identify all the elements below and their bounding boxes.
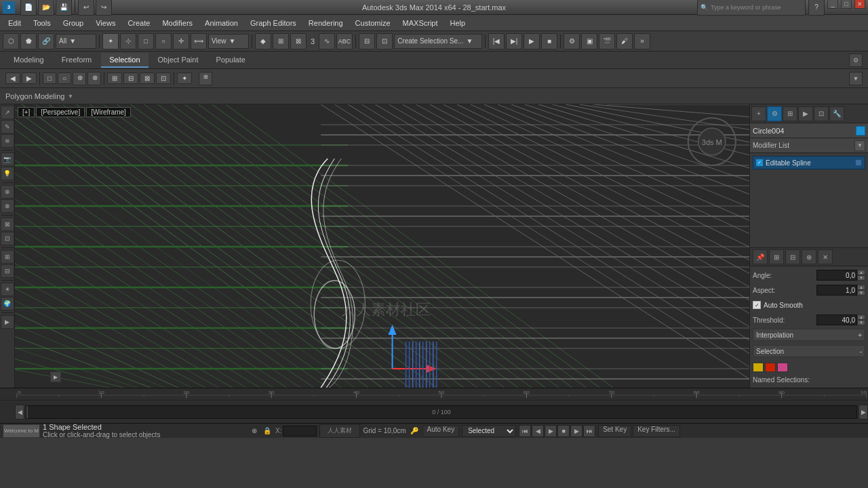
tl-back-btn[interactable]: ◀ (15, 405, 24, 420)
render-setup-btn[interactable]: ⚙ (564, 33, 580, 49)
sub-next-btn[interactable]: ▶ (22, 73, 37, 84)
pb-stop-btn[interactable]: ■ (557, 425, 570, 437)
sub-prev-btn[interactable]: ◀ (5, 73, 20, 84)
material-btn[interactable]: ◆ (255, 33, 271, 49)
pink-chip[interactable] (777, 363, 788, 372)
red-chip[interactable] (765, 363, 776, 372)
sub-icon3-btn[interactable]: ⊞ (107, 73, 122, 84)
sub-box-btn[interactable]: □ (43, 73, 56, 84)
open-file-btn[interactable]: 📂 (38, 0, 54, 16)
help-icon-btn[interactable]: ? (808, 0, 825, 16)
rp-delete-mod-icon[interactable]: ✕ (818, 249, 833, 264)
undo-btn[interactable]: ↩ (78, 0, 94, 16)
aspect-up-btn[interactable]: ▲ (857, 285, 865, 290)
menu-graph-editors[interactable]: Graph Editors (245, 18, 302, 28)
auto-smooth-checkbox[interactable] (753, 301, 761, 309)
rp-utility-icon[interactable]: 🔧 (829, 106, 844, 121)
modifier-editable-spline[interactable]: ✓ Editable Spline (753, 156, 865, 169)
pb-next-btn[interactable]: ▶ (570, 425, 583, 437)
scene-btn[interactable]: 🎬 (599, 33, 615, 49)
circle-select-btn[interactable]: ○ (155, 33, 172, 49)
obj-paint-btn[interactable]: 🖌 (616, 33, 633, 49)
prev-frame-btn[interactable]: |◀ (488, 33, 505, 49)
lt-env-btn[interactable]: 🌍 (1, 297, 14, 310)
vp-perspective-tag[interactable]: [Perspective] (36, 107, 85, 117)
menu-customize[interactable]: Customize (350, 18, 396, 28)
timeline-scrubber[interactable]: 0 / 100 (26, 405, 857, 419)
sub-icon5-btn[interactable]: ⊠ (140, 73, 155, 84)
minimize-btn[interactable]: _ (827, 0, 838, 9)
sub-icon6-btn[interactable]: ⊡ (156, 73, 171, 84)
select-region-btn[interactable]: ⬟ (20, 33, 37, 49)
threshold-input[interactable] (816, 314, 857, 325)
threshold-down-btn[interactable]: ▼ (857, 320, 865, 325)
layer-btn[interactable]: ⊟ (359, 33, 375, 49)
curve-btn[interactable]: ∿ (319, 33, 335, 49)
sub-icon4-btn[interactable]: ⊟ (123, 73, 138, 84)
transform-btn[interactable]: ✛ (173, 33, 189, 49)
rp-pin-icon[interactable]: 📌 (753, 249, 768, 264)
lt-anim-btn[interactable]: ▶ (1, 315, 14, 329)
tab-populate[interactable]: Populate (208, 53, 253, 68)
link-btn[interactable]: 🔗 (38, 33, 54, 49)
tab-freeform[interactable]: Freeform (54, 53, 100, 68)
select-object-btn[interactable]: ⬡ (3, 33, 19, 49)
rp-object-color[interactable] (856, 126, 865, 136)
select-btn[interactable]: ✦ (102, 33, 119, 49)
menu-create[interactable]: Create (122, 18, 155, 28)
interpolation-section-header[interactable]: Interpolation + (753, 329, 865, 341)
lt-wire-btn[interactable]: ⊠ (1, 218, 14, 231)
rp-create-icon[interactable]: + (751, 106, 766, 121)
tl-forward-btn[interactable]: ▶ (859, 405, 868, 420)
yellow-chip[interactable] (753, 363, 764, 372)
set-key-btn[interactable]: Set Key (598, 425, 631, 437)
lt-smooth-btn[interactable]: ≋ (1, 134, 14, 148)
viewport[interactable]: [+] [Perspective] [Wireframe] (15, 104, 749, 388)
close-btn[interactable]: ✕ (854, 0, 865, 9)
menu-edit[interactable]: Edit (3, 18, 26, 28)
angle-up-btn[interactable]: ▲ (857, 270, 865, 275)
lock-icon[interactable]: 🔒 (262, 426, 273, 436)
lt-align-btn[interactable]: ⊟ (1, 264, 14, 278)
rp-modify-icon[interactable]: ⚙ (767, 106, 782, 121)
bone-btn[interactable]: ⊡ (376, 33, 393, 49)
rp-hierarchy-icon[interactable]: ⊞ (783, 106, 797, 121)
search-btn[interactable]: 🔍 Type a keyword or phrase (697, 0, 806, 16)
render-btn[interactable]: ▣ (581, 33, 597, 49)
snap-icon[interactable]: ⊕ (249, 426, 260, 436)
ribbon-settings-btn[interactable]: ⚙ (849, 54, 863, 67)
new-file-btn[interactable]: 📄 (20, 0, 37, 16)
filter-dropdown[interactable]: All ▼ (56, 34, 96, 49)
menu-views[interactable]: Views (90, 18, 121, 28)
aspect-down-btn[interactable]: ▼ (857, 290, 865, 296)
menu-rendering[interactable]: Rendering (303, 18, 349, 28)
menu-tools[interactable]: Tools (28, 18, 56, 28)
aspect-input[interactable] (816, 285, 857, 296)
mirror-btn[interactable]: ⟺ (191, 33, 207, 49)
sub-icon1-btn[interactable]: ⊕ (73, 72, 86, 85)
menu-modifiers[interactable]: Modifiers (157, 18, 198, 28)
pb-play-btn[interactable]: ▶ (545, 425, 557, 437)
vp-wireframe-tag[interactable]: [Wireframe] (86, 107, 131, 117)
more-btn[interactable]: » (634, 33, 650, 49)
tab-object-paint[interactable]: Object Paint (150, 53, 207, 68)
next-frame-btn[interactable]: ▶| (506, 33, 522, 49)
x-input[interactable] (283, 426, 317, 436)
threshold-up-btn[interactable]: ▲ (857, 314, 865, 320)
lt-modifier-btn[interactable]: ⊗ (1, 199, 14, 213)
vp-plus-tag[interactable]: [+] (18, 107, 35, 117)
play-btn[interactable]: ▶ (524, 33, 540, 49)
align-btn[interactable]: ⊠ (290, 33, 307, 49)
stop-btn[interactable]: ■ (541, 33, 557, 49)
lt-color-btn[interactable]: ⊡ (1, 232, 14, 245)
rp-paste-mod-icon[interactable]: ⊟ (785, 249, 800, 264)
rp-copy-mod-icon[interactable]: ⊞ (769, 249, 784, 264)
angle-down-btn[interactable]: ▼ (857, 275, 865, 281)
rp-motion-icon[interactable]: ▶ (798, 106, 813, 121)
sub-sel-btn[interactable]: ✦ (177, 73, 192, 84)
maximize-btn[interactable]: □ (841, 0, 852, 9)
pb-first-btn[interactable]: ⏮ (519, 425, 531, 437)
key-filters-btn[interactable]: Key Filters... (633, 425, 680, 437)
selected-dropdown[interactable]: Selected (462, 425, 516, 437)
lt-helper-btn[interactable]: ⊕ (1, 185, 14, 199)
